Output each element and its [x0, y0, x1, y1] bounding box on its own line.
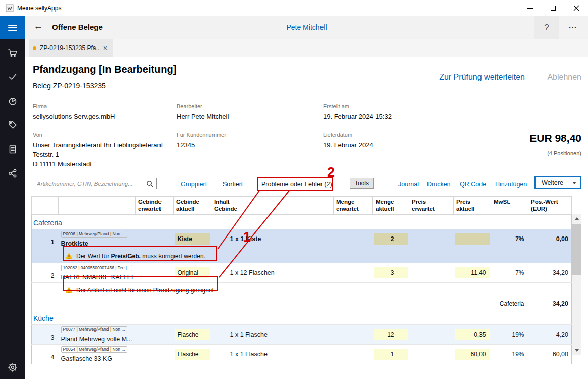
cell-preis-erwartet	[409, 325, 454, 345]
erstellt-am-label: Erstellt am	[323, 103, 349, 109]
row-number: 1	[32, 229, 59, 249]
preis-aktuell-input[interactable]	[455, 233, 490, 245]
group-header-cafeteria: Cafeteria	[32, 215, 572, 229]
column-header-inhalt-gebinde: Inhalt Gebinde	[211, 197, 334, 215]
sidebar-item-tasks[interactable]	[0, 65, 25, 88]
subtotal-value: 34,20	[528, 297, 572, 310]
sidebar-item-reports[interactable]	[0, 89, 25, 113]
menge-aktuell-input[interactable]: 12	[374, 329, 408, 340]
warning-icon	[65, 287, 73, 293]
document-title: Pfandzugang [In Bearbeitung]	[33, 64, 176, 75]
row-number: 4	[32, 345, 59, 364]
warning-icon	[65, 253, 73, 259]
sidebar-item-share[interactable]	[0, 162, 25, 185]
table-row[interactable]: 2 102082 | 04005500007456 | Tee |... BAE…	[32, 263, 572, 283]
grouped-toggle[interactable]: Gruppiert	[181, 181, 207, 188]
arrow-down-icon	[575, 349, 579, 352]
add-link[interactable]: Hinzufügen	[495, 181, 527, 188]
annotation-label-2: 2	[327, 165, 335, 180]
cell-inhalt-gebinde: 1 x 1 Kiste	[211, 229, 334, 249]
firma-label: Firma	[33, 103, 47, 109]
gear-icon	[8, 362, 18, 372]
cell-gebinde-aktuell: Flasche	[174, 325, 211, 345]
qr-code-link[interactable]: QR Code	[460, 181, 486, 188]
bearbeiter-value: Herr Pete Mitchell	[177, 112, 229, 121]
settings-button[interactable]	[0, 356, 25, 379]
search-box	[33, 178, 157, 190]
cell-preis-aktuell	[454, 229, 491, 249]
search-icon[interactable]	[146, 180, 154, 190]
app-logo-icon	[6, 4, 14, 12]
table-scrollbar[interactable]	[572, 214, 581, 355]
preis-aktuell-input[interactable]: 0,35	[455, 329, 490, 340]
maximize-button[interactable]	[542, 0, 565, 16]
table-row[interactable]: 3 P0077 | Mehrweg/Pfand | Non ... Pfand …	[32, 325, 572, 345]
cell-article: P0054 | Mehrweg/Pfand | Non ... Gasflasc…	[59, 345, 136, 364]
table-row[interactable]: 1 P0006 | Mehrweg/Pfand | Non ... Brotki…	[32, 229, 572, 249]
preis-aktuell-input[interactable]: 60,00	[455, 349, 490, 360]
forward-for-review-link[interactable]: Zur Prüfung weiterleiten	[439, 73, 525, 82]
arrow-up-icon	[575, 217, 579, 220]
scroll-up-button[interactable]	[572, 214, 581, 223]
cell-menge-erwartet	[334, 229, 373, 249]
tab-close-button[interactable]: ×	[102, 44, 109, 52]
gebinde-aktuell-input[interactable]: Flasche	[175, 349, 210, 360]
chevron-down-icon	[572, 182, 576, 184]
header-row: Gebinde erwartet Gebinde aktuell Inhalt …	[32, 197, 572, 215]
help-button[interactable]: ?	[534, 16, 559, 39]
user-name-link[interactable]: Pete Mitchell	[25, 23, 588, 31]
document-tab[interactable]: ZP-0219-153235 Pfa... ×	[29, 39, 113, 57]
cell-mwst: 19%	[491, 345, 528, 364]
firma-value: sellysolutions Serv.ges.mbH	[33, 112, 115, 121]
more-options-button[interactable]: ...	[562, 16, 584, 39]
share-network-icon	[8, 168, 18, 178]
preis-aktuell-input[interactable]: 11,40	[455, 267, 490, 278]
cell-article: P0006 | Mehrweg/Pfand | Non ... Brotkist…	[59, 229, 136, 249]
sidebar-item-prices[interactable]	[0, 113, 25, 136]
reject-link[interactable]: Ablehnen	[547, 73, 581, 82]
cell-inhalt-gebinde: 1 x 1 Flasche	[211, 325, 334, 345]
scroll-down-button[interactable]	[572, 346, 581, 355]
gebinde-aktuell-input[interactable]: Flasche	[175, 329, 210, 340]
sorted-toggle[interactable]: Sortiert	[223, 181, 243, 188]
menge-aktuell-input[interactable]: 2	[374, 233, 408, 245]
gebinde-aktuell-input[interactable]: Original	[175, 267, 210, 278]
problems-errors-filter[interactable]: Probleme oder Fehler (2)	[261, 181, 332, 188]
cell-inhalt-gebinde: 1 x 12 Flaschen	[211, 263, 334, 283]
cell-preis-aktuell: 60,00	[454, 345, 491, 364]
search-input[interactable]	[33, 178, 156, 189]
journal-link[interactable]: Journal	[398, 181, 419, 188]
article-name: Brotkiste	[61, 240, 133, 247]
article-name: Pfand Mehrweg volle M...	[61, 336, 133, 343]
sidebar-item-cart[interactable]	[0, 41, 25, 64]
lieferdatum-value: 19. Februar 2024	[323, 140, 373, 150]
pie-chart-icon	[8, 96, 18, 106]
article-meta: 102082 | 04005500007456 | Tee |...	[61, 265, 133, 271]
more-actions-dropdown[interactable]: Weitere	[534, 176, 581, 190]
tab-label: ZP-0219-153235 Pfa...	[40, 44, 99, 52]
document-number: Beleg ZP-0219-153235	[33, 82, 106, 90]
hamburger-menu-button[interactable]	[0, 16, 25, 39]
cell-mwst: 19%	[491, 325, 528, 345]
gebinde-aktuell-input[interactable]: Kiste	[175, 233, 210, 245]
tools-button[interactable]: Tools	[350, 178, 374, 189]
table-row[interactable]: 4 P0054 | Mehrweg/Pfand | Non ... Gasfla…	[32, 345, 572, 364]
cell-menge-aktuell: 2	[373, 229, 409, 249]
warning-row: Der Artikel ist nicht für einen Pfandzug…	[32, 283, 572, 297]
close-button[interactable]	[565, 0, 588, 16]
cell-gebinde-aktuell: Flasche	[174, 345, 211, 364]
cell-preis-erwartet	[409, 263, 454, 283]
cart-icon	[8, 48, 18, 58]
menge-aktuell-input[interactable]: 1	[374, 349, 408, 360]
group-subtotal-row: Cafeteria 34,20	[32, 297, 572, 310]
column-header-pos-wert: Pos.-Wert (EUR)	[528, 197, 572, 215]
print-link[interactable]: Drucken	[427, 181, 451, 188]
scrollbar-thumb[interactable]	[572, 224, 581, 275]
minimize-button[interactable]	[518, 0, 542, 16]
cell-menge-erwartet	[334, 263, 373, 283]
cell-pos-wert: 0,00	[528, 229, 572, 249]
menge-aktuell-input[interactable]: 3	[374, 267, 408, 278]
article-name: Gasflasche 33 KG	[61, 355, 133, 362]
row-number: 2	[32, 263, 59, 283]
sidebar-item-journal[interactable]	[0, 137, 25, 161]
